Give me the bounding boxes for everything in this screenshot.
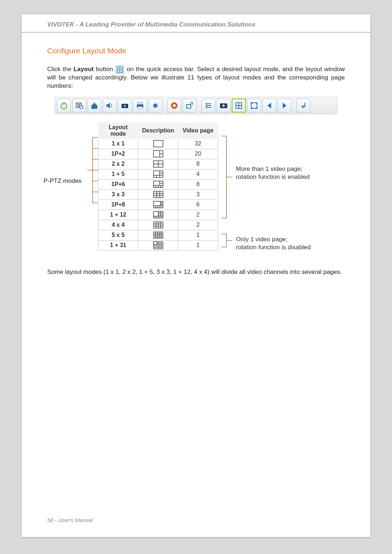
- svg-point-10: [123, 104, 126, 107]
- quick-access-bar: [54, 97, 338, 114]
- layout-1p31-icon: [138, 240, 178, 250]
- cell-mode: 5 x 5: [98, 230, 138, 240]
- cell-mode: 2 x 2: [98, 159, 138, 169]
- layout-inline-icon: [116, 66, 124, 74]
- cell-page: 32: [178, 139, 218, 149]
- section-heading: Configure Layout Mode: [47, 46, 345, 55]
- svg-rect-8: [80, 106, 83, 108]
- page-header: VIVOTEK - A Leading Provider of Multimed…: [22, 15, 370, 33]
- layout-4x4-icon: [138, 220, 178, 230]
- table-row: 1P+2 20: [98, 149, 218, 159]
- remove-icon[interactable]: [72, 99, 86, 112]
- record-icon[interactable]: [148, 99, 162, 112]
- document-page: VIVOTEK - A Leading Provider of Multimed…: [22, 15, 370, 537]
- table-row: 5 x 5 1: [98, 230, 218, 240]
- th-page: Video page: [178, 122, 218, 139]
- forward-icon[interactable]: [278, 99, 291, 112]
- table-row: 1 + 12 2: [98, 210, 218, 220]
- cell-page: 2: [178, 220, 218, 230]
- note-one-page: Only 1 video page; rotation function is …: [236, 235, 311, 251]
- th-desc: Description: [138, 122, 178, 139]
- cell-page: 20: [178, 149, 218, 159]
- cell-page: 8: [178, 179, 218, 189]
- layout-table-area: P-PTZ modes More than 1 video page; rota…: [47, 122, 345, 251]
- header-title: VIVOTEK - A Leading Provider of Multimed…: [47, 21, 256, 28]
- cell-page: 6: [178, 200, 218, 210]
- power-icon[interactable]: [57, 99, 71, 112]
- table-row: 1P+6 8: [98, 179, 218, 189]
- volume-icon[interactable]: [103, 99, 117, 112]
- export-icon[interactable]: [183, 99, 196, 112]
- table-row: 3 x 3 3: [98, 189, 218, 200]
- page-content: Configure Layout Mode Click the Layout b…: [22, 33, 370, 276]
- svg-rect-13: [138, 107, 142, 109]
- table-row: 2 x 2 8: [98, 159, 218, 169]
- cell-page: 3: [178, 189, 218, 200]
- svg-rect-47: [154, 191, 163, 198]
- svg-rect-11: [138, 102, 143, 104]
- footer-sep: -: [53, 517, 58, 523]
- layout-3x3-icon: [138, 189, 178, 200]
- cell-page: 8: [178, 159, 218, 169]
- layout-1p8-icon: [138, 200, 178, 210]
- layout-2x2-icon: [138, 159, 178, 169]
- fullscreen-icon[interactable]: [247, 99, 261, 112]
- left-bracket-icon: [87, 134, 98, 206]
- footer-page-no: 58: [47, 517, 53, 523]
- back-icon[interactable]: [262, 99, 276, 112]
- cell-mode: 1 + 12: [98, 210, 138, 220]
- cell-mode: 1P+2: [98, 149, 138, 159]
- note-more-pages: More than 1 video page; rotation functio…: [236, 165, 310, 181]
- cell-mode: 1 x 1: [98, 139, 138, 149]
- print-icon[interactable]: [133, 99, 147, 112]
- svg-rect-28: [154, 140, 163, 147]
- right-bracket-top-icon: [221, 134, 232, 220]
- snapshot-icon[interactable]: [217, 99, 230, 112]
- closing-paragraph: Some layout modes (1 x 1, 2 x 2, 1 + 5, …: [47, 268, 345, 276]
- table-row: 4 x 4 2: [98, 220, 218, 230]
- table-row: 1 + 5 4: [98, 169, 218, 179]
- svg-rect-35: [154, 171, 163, 177]
- table-row: 1 + 31 1: [98, 240, 218, 250]
- layout-icon[interactable]: [232, 99, 246, 112]
- svg-point-16: [173, 104, 176, 107]
- pptz-label: P-PTZ modes: [44, 177, 82, 185]
- cell-mode: 1P+8: [98, 200, 138, 210]
- cell-page: 4: [178, 169, 218, 179]
- layout-5x5-icon: [138, 230, 178, 240]
- cell-mode: 1 + 5: [98, 169, 138, 179]
- th-mode: Layout mode: [98, 122, 138, 139]
- return-icon[interactable]: [297, 99, 310, 112]
- table-row: 1 x 1 32: [98, 139, 218, 149]
- svg-point-23: [222, 104, 225, 107]
- cell-page: 1: [178, 240, 218, 250]
- note-one-line1: Only 1 video page;: [236, 236, 287, 243]
- cell-mode: 1 + 31: [98, 240, 138, 250]
- table-header-row: Layout mode Description Video page: [98, 122, 218, 139]
- layout-table: Layout mode Description Video page 1 x 1…: [98, 122, 218, 251]
- svg-rect-90: [154, 242, 157, 245]
- layout-1x1-icon: [138, 139, 178, 149]
- note-one-line2: rotation function is disabled: [236, 244, 311, 251]
- svg-rect-80: [154, 232, 163, 238]
- note-more-line2: rotation function is enabled: [236, 173, 310, 180]
- cell-page: 2: [178, 210, 218, 220]
- cell-page: 1: [178, 230, 218, 240]
- layout-1p12-icon: [138, 210, 178, 220]
- svg-point-14: [153, 103, 158, 108]
- layout-1p2-icon: [138, 149, 178, 159]
- layout-1p5-icon: [138, 169, 178, 179]
- home-icon[interactable]: [87, 99, 101, 112]
- intro-bold: Layout: [73, 66, 94, 73]
- intro-pre: Click the: [47, 66, 73, 73]
- browser-icon[interactable]: [167, 99, 181, 112]
- intro-paragraph: Click the Layout button on the quick acc…: [47, 65, 345, 90]
- camera-icon[interactable]: [118, 99, 132, 112]
- svg-rect-52: [154, 201, 163, 208]
- footer-manual: User's Manual: [58, 517, 93, 523]
- intro-post: button: [94, 66, 115, 73]
- cell-mode: 1P+6: [98, 179, 138, 189]
- list-icon[interactable]: [201, 99, 215, 112]
- layout-1p6-icon: [138, 179, 178, 189]
- note-more-line1: More than 1 video page;: [236, 165, 302, 172]
